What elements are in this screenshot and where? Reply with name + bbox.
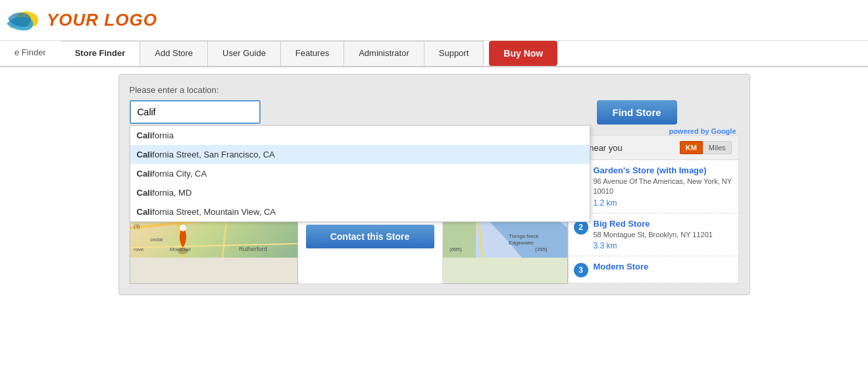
store-distance-2: 3.3 km — [594, 241, 733, 250]
nav-item-add-store[interactable]: Add Store — [140, 41, 208, 66]
search-row: California California Street, San Franci… — [130, 100, 739, 125]
header: YOUR LOGO — [0, 0, 868, 41]
unit-toggle: KM Miles — [680, 141, 732, 154]
store-name-2: Big Red Store — [594, 219, 733, 229]
logo-icon — [7, 5, 43, 35]
svg-text:Throgs Neck: Throgs Neck — [509, 233, 539, 239]
autocomplete-dropdown: California California Street, San Franci… — [130, 125, 590, 222]
store-number-3: 3 — [574, 263, 588, 277]
svg-point-20 — [178, 248, 188, 254]
nav-item-support[interactable]: Support — [424, 41, 484, 66]
nav-item-administrator[interactable]: Administrator — [344, 41, 424, 66]
nav-item-features[interactable]: Features — [281, 41, 344, 66]
svg-text:cedar: cedar — [150, 237, 163, 242]
stores-list-header: res near you KM Miles — [569, 136, 738, 160]
store-name-3: Modern Store — [594, 262, 733, 271]
autocomplete-item-3[interactable]: California, MD — [130, 183, 590, 202]
stores-list-panel: res near you KM Miles 1 Garden's Store (… — [568, 135, 739, 284]
svg-text:(295): (295) — [535, 246, 548, 252]
store-finder-box: Please enter a location: California Cali… — [118, 74, 750, 295]
store-address-2: 58 Montague St, Brooklyn, NY 11201 — [594, 230, 733, 240]
km-button[interactable]: KM — [680, 141, 703, 154]
logo-container: YOUR LOGO — [7, 5, 157, 35]
contact-store-button[interactable]: Contact this Store — [306, 225, 434, 248]
store-item-2[interactable]: 2 Big Red Store 58 Montague St, Brooklyn… — [569, 213, 738, 256]
logo-text: YOUR LOGO — [47, 10, 157, 30]
store-name-1: Garden's Store (with Image) — [594, 165, 733, 175]
autocomplete-item-4[interactable]: California Street, Mountain View, CA — [130, 202, 590, 221]
autocomplete-item-2[interactable]: California City, CA — [130, 164, 590, 183]
svg-point-21 — [180, 225, 186, 231]
nav-bar: e Finder Store Finder Add Store User Gui… — [0, 41, 868, 67]
store-info-3: Modern Store — [594, 262, 733, 273]
store-distance-1: 1.2 km — [594, 198, 733, 208]
autocomplete-item-1[interactable]: California Street, San Francisco, CA — [130, 145, 590, 164]
nav-item-user-guide[interactable]: User Guide — [208, 41, 281, 66]
store-item-3[interactable]: 3 Modern Store — [569, 256, 738, 283]
google-brand: Google — [711, 127, 736, 135]
location-label: Please enter a location: — [130, 85, 739, 95]
miles-button[interactable]: Miles — [703, 141, 732, 154]
buy-now-button[interactable]: Buy Now — [489, 41, 557, 66]
store-item-1[interactable]: 1 Garden's Store (with Image) 96 Avenue … — [569, 160, 738, 213]
store-info-1: Garden's Store (with Image) 96 Avenue Of… — [594, 165, 733, 208]
autocomplete-item-0[interactable]: California — [130, 126, 590, 145]
find-store-button[interactable]: Find Store — [597, 100, 677, 125]
search-input[interactable] — [130, 100, 261, 124]
svg-text:Rutherford: Rutherford — [239, 246, 267, 252]
svg-text:rove: rove — [134, 246, 144, 252]
svg-text:(695): (695) — [449, 246, 462, 252]
nav-prefix: e Finder — [0, 41, 61, 66]
stores-list: 1 Garden's Store (with Image) 96 Avenue … — [569, 160, 738, 283]
svg-text:Edgewater: Edgewater — [509, 240, 534, 246]
store-number-2: 2 — [574, 220, 588, 235]
store-info-2: Big Red Store 58 Montague St, Brooklyn, … — [594, 219, 733, 250]
nav-item-store-finder[interactable]: Store Finder — [61, 41, 141, 66]
store-address-1: 96 Avenue Of The Americas, New York, NY … — [594, 177, 733, 197]
svg-text:(3): (3) — [134, 223, 140, 229]
main-content: Please enter a location: California Cali… — [0, 67, 868, 302]
